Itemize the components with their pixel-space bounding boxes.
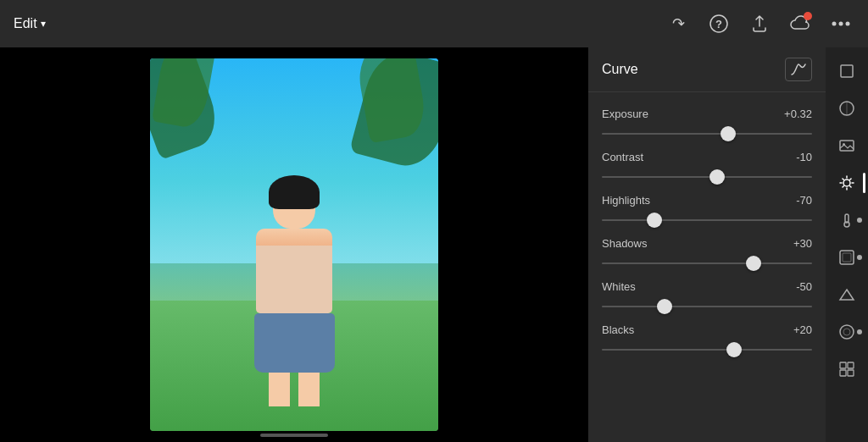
curve-icon-button[interactable] [785,58,812,81]
redo-icon[interactable]: ↷ [665,10,692,37]
main-content: Curve Exposure +0.32 Contrast -10 [0,47,868,442]
brightness-icon[interactable] [830,166,864,200]
slider-value: +30 [793,237,812,250]
slider-thumb[interactable] [726,342,742,357]
vignette-icon[interactable] [830,240,864,274]
svg-rect-20 [840,251,854,264]
slider-row-whites: Whites -50 [602,280,812,315]
slider-value: -70 [796,194,812,207]
slider-value: -50 [796,280,812,293]
slider-thumb[interactable] [657,299,672,314]
person-leg-right [298,373,320,406]
slider-row-highlights: Highlights -70 [602,194,812,229]
slider-line [602,306,812,307]
svg-line-15 [850,186,851,187]
slider-track[interactable] [602,125,812,142]
slider-track[interactable] [602,341,812,358]
svg-rect-26 [840,370,846,376]
expand-dot [857,218,862,223]
temperature-icon[interactable] [830,203,864,237]
side-icons-panel [826,47,868,442]
slider-track[interactable] [602,298,812,315]
image-icon[interactable] [830,129,864,163]
svg-line-16 [843,186,843,187]
slider-value: -10 [796,151,812,163]
slider-track[interactable] [602,169,812,185]
svg-rect-24 [840,362,846,368]
person-head [273,182,315,229]
person-leg-left [269,373,290,406]
slider-line [602,219,812,221]
right-panel: Curve Exposure +0.32 Contrast -10 [588,47,826,442]
active-indicator [863,173,865,193]
slider-row-blacks: Blacks +20 [602,323,812,358]
svg-point-3 [839,22,843,26]
svg-text:?: ? [715,18,722,30]
slider-label-row: Highlights -70 [602,194,812,207]
slider-label: Whites [602,280,636,293]
slider-label-row: Blacks +20 [602,323,812,336]
photo-person [243,182,345,394]
curve-title: Curve [602,62,638,77]
photo-image[interactable] [150,58,438,431]
slider-label: Contrast [602,151,643,163]
slider-line [602,133,812,135]
svg-line-14 [843,179,843,180]
svg-rect-25 [848,362,854,368]
expand-dot [857,329,862,334]
svg-point-22 [840,325,854,339]
svg-line-17 [850,179,851,180]
slider-value: +20 [793,323,812,336]
top-toolbar: Edit ▾ ↷ ? [0,0,868,47]
svg-point-8 [843,143,845,146]
slider-row-exposure: Exposure +0.32 [602,108,812,142]
photo-panel [0,47,588,442]
slider-thumb[interactable] [721,126,736,141]
edit-label: Edit [14,16,37,31]
grid-icon[interactable] [830,352,864,386]
triangle-icon[interactable] [830,278,864,312]
slider-row-contrast: Contrast -10 [602,151,812,185]
person-body [256,229,332,313]
slider-track[interactable] [602,255,812,272]
slider-label-row: Exposure +0.32 [602,108,812,120]
edit-button[interactable]: Edit ▾ [14,16,46,31]
slider-thumb[interactable] [709,169,725,185]
person-legs [243,373,345,406]
svg-rect-21 [843,253,851,262]
help-icon[interactable]: ? [705,10,732,37]
svg-rect-7 [840,141,854,151]
slider-label-row: Shadows +30 [602,237,812,250]
crop-icon[interactable] [830,54,864,88]
svg-point-23 [843,329,850,335]
sliders-area: Exposure +0.32 Contrast -10 Highlights [588,92,826,442]
circle-icon[interactable] [830,91,864,125]
slider-thumb[interactable] [746,256,761,271]
slider-line [602,262,812,264]
slider-thumb[interactable] [647,213,662,228]
slider-line [602,349,812,351]
edit-chevron: ▾ [41,18,46,30]
slider-label: Shadows [602,237,647,250]
export-icon[interactable] [746,10,773,37]
svg-point-9 [843,180,850,186]
slider-track[interactable] [602,212,812,229]
svg-point-4 [846,22,850,26]
slider-row-shadows: Shadows +30 [602,237,812,272]
cloud-badge [804,12,812,20]
slider-label-row: Contrast -10 [602,151,812,163]
slider-label: Exposure [602,108,648,120]
slider-value: +0.32 [784,108,812,120]
slider-label-row: Whites -50 [602,280,812,293]
svg-rect-5 [841,65,853,77]
slider-label: Highlights [602,194,650,207]
slider-label: Blacks [602,323,634,336]
curve-header: Curve [588,47,826,92]
lens-icon[interactable] [830,315,864,349]
expand-dot [857,255,862,260]
svg-rect-27 [848,370,854,376]
more-icon[interactable] [827,10,854,37]
slider-line [602,176,812,178]
cloud-icon[interactable] [787,10,814,37]
person-skirt [254,313,335,373]
